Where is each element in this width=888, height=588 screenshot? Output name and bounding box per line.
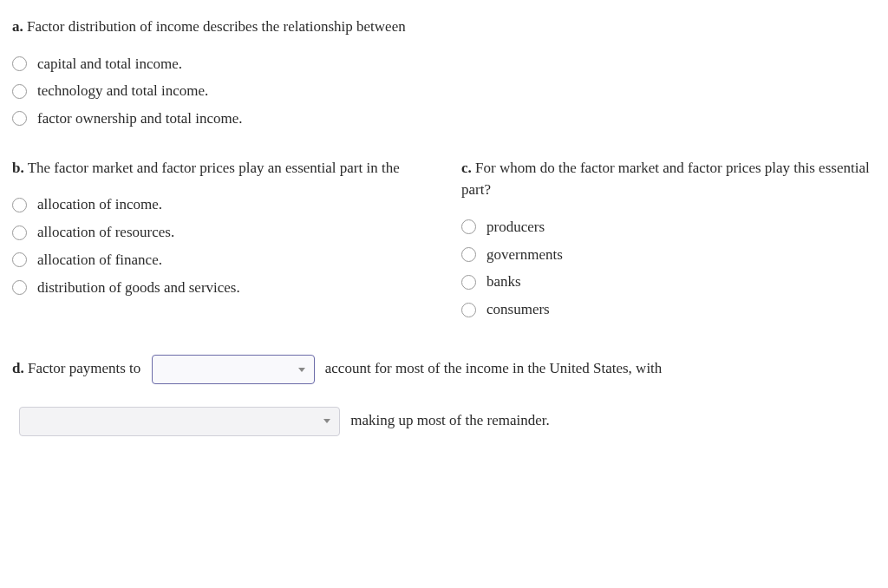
question-a-body: Factor distribution of income describes … <box>27 18 406 35</box>
question-bc-row: b. The factor market and factor prices p… <box>12 157 876 320</box>
option-label: allocation of resources. <box>37 222 174 243</box>
question-a-text: a. Factor distribution of income describ… <box>12 16 876 38</box>
option-label: factor ownership and total income. <box>37 108 243 129</box>
option-row: allocation of income. <box>12 194 427 215</box>
radio-button[interactable] <box>12 198 27 212</box>
option-label: allocation of income. <box>37 194 162 215</box>
option-row: technology and total income. <box>12 81 876 101</box>
option-label: banks <box>486 271 521 292</box>
question-d-text2-after: making up most of the remainder. <box>350 412 549 428</box>
question-c-options: producers governments banks consumers <box>461 217 876 320</box>
question-a-options: capital and total income. technology and… <box>12 54 876 129</box>
option-row: consumers <box>461 299 876 320</box>
option-row: governments <box>461 245 876 265</box>
question-c-text: c. For whom do the factor market and fac… <box>461 157 876 201</box>
option-label: allocation of finance. <box>37 250 162 271</box>
question-b-text: b. The factor market and factor prices p… <box>12 157 427 180</box>
radio-button[interactable] <box>12 280 27 295</box>
option-row: distribution of goods and services. <box>12 278 427 298</box>
option-label: technology and total income. <box>37 81 208 101</box>
question-a-prefix: a. <box>12 18 23 35</box>
option-row: allocation of resources. <box>12 222 427 243</box>
radio-button[interactable] <box>461 303 476 317</box>
question-d-line1: d. Factor payments to account for most o… <box>12 348 876 389</box>
chevron-down-icon <box>298 368 305 372</box>
question-b: b. The factor market and factor prices p… <box>12 157 427 320</box>
question-d-line2: making up most of the remainder. <box>12 400 876 441</box>
question-c-body: For whom do the factor market and factor… <box>461 160 870 199</box>
option-row: banks <box>461 271 876 292</box>
chevron-down-icon <box>323 419 330 423</box>
option-row: capital and total income. <box>12 54 876 75</box>
radio-button[interactable] <box>12 56 27 71</box>
question-d-prefix: d. <box>12 360 24 376</box>
option-row: allocation of finance. <box>12 250 427 271</box>
question-d-text1-after: account for most of the income in the Un… <box>325 360 663 376</box>
question-d: d. Factor payments to account for most o… <box>12 348 876 441</box>
question-d-text1-before: Factor payments to <box>28 360 140 376</box>
question-b-body: The factor market and factor prices play… <box>28 160 400 176</box>
option-row: producers <box>461 217 876 238</box>
question-b-options: allocation of income. allocation of reso… <box>12 194 427 297</box>
radio-button[interactable] <box>12 225 27 240</box>
dropdown-factor-payments[interactable] <box>152 355 315 384</box>
question-a: a. Factor distribution of income describ… <box>12 16 876 129</box>
dropdown-remainder[interactable] <box>19 407 340 436</box>
radio-button[interactable] <box>461 247 476 262</box>
question-b-prefix: b. <box>12 160 24 176</box>
option-label: distribution of goods and services. <box>37 278 240 298</box>
radio-button[interactable] <box>461 219 476 234</box>
question-c: c. For whom do the factor market and fac… <box>461 157 876 320</box>
question-c-prefix: c. <box>461 160 472 176</box>
option-label: producers <box>486 217 545 238</box>
option-row: factor ownership and total income. <box>12 108 876 129</box>
option-label: consumers <box>486 299 550 320</box>
option-label: governments <box>486 245 563 265</box>
option-label: capital and total income. <box>37 54 182 75</box>
radio-button[interactable] <box>12 84 27 99</box>
radio-button[interactable] <box>461 275 476 290</box>
radio-button[interactable] <box>12 111 27 126</box>
radio-button[interactable] <box>12 252 27 267</box>
